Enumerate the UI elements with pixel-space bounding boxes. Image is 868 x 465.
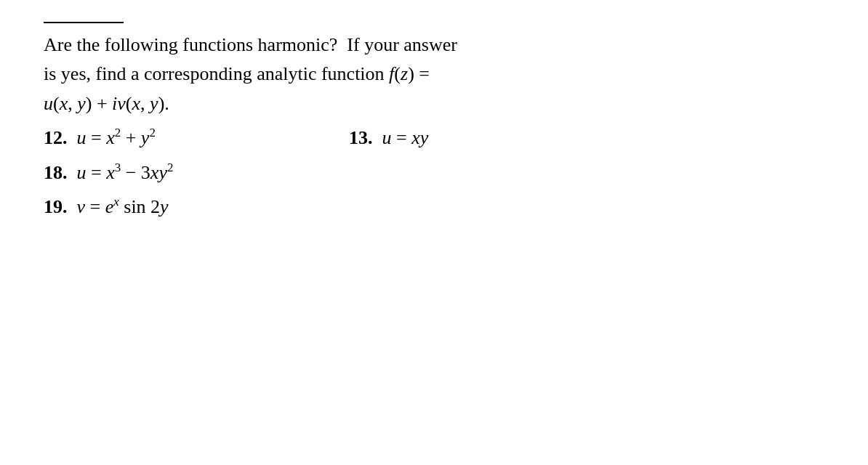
problem-row-1: 12. u = x2 + y2 13. u = xy: [44, 126, 824, 149]
problem-13: 13. u = xy: [349, 127, 654, 149]
problem-13-number: 13.: [349, 127, 373, 148]
problem-13-expression: u: [382, 127, 392, 148]
problem-row-2: 18. u = x3 − 3xy2: [44, 161, 824, 184]
problem-12: 12. u = x2 + y2: [44, 126, 349, 149]
problem-18-expression: u: [77, 161, 87, 182]
problem-18-number: 18.: [44, 161, 68, 182]
problem-19-expression: v: [77, 196, 86, 217]
problem-18: 18. u = x3 − 3xy2: [44, 161, 173, 184]
top-rule: [44, 22, 124, 23]
intro-paragraph: Are the following functions harmonic? If…: [44, 31, 824, 118]
problem-12-number: 12.: [44, 127, 68, 148]
problem-19: 19. v = ex sin 2y: [44, 195, 169, 218]
problems-grid: 12. u = x2 + y2 13. u = xy 18. u = x3 − …: [44, 126, 824, 230]
problem-12-expression: u: [77, 127, 87, 148]
page-container: Are the following functions harmonic? If…: [0, 0, 868, 465]
problem-19-number: 19.: [44, 196, 68, 217]
problem-row-3: 19. v = ex sin 2y: [44, 195, 824, 218]
